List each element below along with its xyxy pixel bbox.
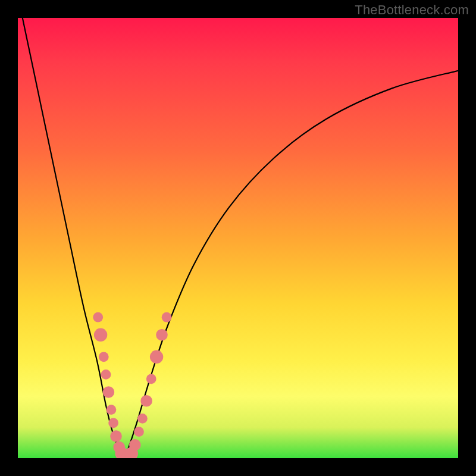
watermark-label: TheBottleneck.com <box>355 2 469 18</box>
curve-marker <box>156 329 168 341</box>
curve-marker <box>140 395 152 407</box>
curve-marker <box>103 386 115 398</box>
curve-marker <box>101 369 111 380</box>
bottleneck-curve-svg <box>18 18 458 458</box>
curve-marker <box>162 312 172 322</box>
curve-marker <box>134 427 144 437</box>
curve-marker <box>99 352 109 362</box>
curve-marker <box>129 439 141 451</box>
curve-marker <box>146 374 156 384</box>
plot-area <box>18 18 458 458</box>
curve-marker <box>108 418 118 428</box>
curve-marker <box>93 312 103 322</box>
curve-marker <box>107 405 117 415</box>
curve-marker <box>110 430 122 442</box>
chart-frame: TheBottleneck.com <box>0 0 476 476</box>
curve-marker <box>94 328 107 342</box>
bottleneck-curve-path <box>18 18 458 458</box>
curve-marker <box>150 350 163 364</box>
curve-marker <box>137 414 148 424</box>
